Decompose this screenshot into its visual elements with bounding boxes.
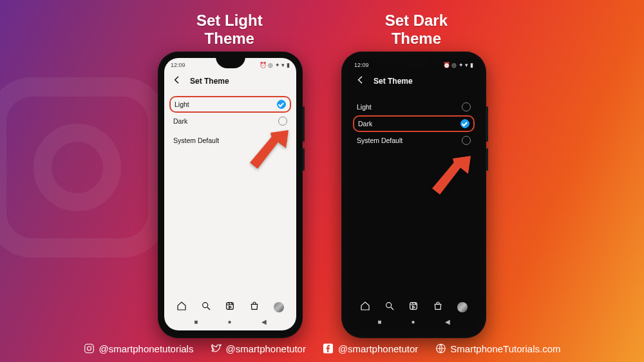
- status-icons: ⏰ ◎ ✦ ▾ ▮: [443, 62, 473, 68]
- home-icon[interactable]: [176, 301, 187, 314]
- back-arrow-icon[interactable]: [172, 75, 182, 87]
- svg-point-6: [91, 345, 93, 347]
- profile-avatar[interactable]: [457, 302, 468, 312]
- option-dark[interactable]: Dark: [171, 111, 290, 131]
- credit-facebook: @smartphonetutor: [323, 343, 418, 354]
- credit-twitter: @smartphonetutor: [210, 343, 305, 354]
- shop-icon[interactable]: [249, 301, 260, 314]
- home-button-icon[interactable]: ●: [227, 318, 231, 325]
- status-time: 12:09: [171, 62, 185, 68]
- credits-bar: @smartphonetutorials @smartphonetutor @s…: [83, 343, 560, 354]
- reels-icon[interactable]: [408, 301, 419, 314]
- phone-light: 12:09 ⏰ ◎ ✦ ▾ ▮ Set Theme Light Dark: [158, 52, 303, 338]
- twitter-icon: [210, 343, 222, 354]
- instagram-icon: [83, 343, 95, 354]
- radio-icon[interactable]: [278, 136, 287, 145]
- option-label: Dark: [358, 120, 372, 128]
- title-dark: Set DarkTheme: [385, 12, 448, 47]
- credit-web: SmartphoneTutorials.com: [435, 343, 560, 354]
- back-button-icon[interactable]: ◀: [261, 318, 267, 325]
- credit-label: @smartphonetutor: [338, 343, 418, 354]
- option-label: System Default: [357, 137, 402, 144]
- option-label: System Default: [173, 137, 219, 144]
- radio-selected-icon[interactable]: [277, 100, 286, 109]
- radio-icon[interactable]: [462, 102, 471, 111]
- page-title: Set Theme: [190, 77, 229, 86]
- radio-icon[interactable]: [278, 117, 287, 126]
- status-time: 12:09: [354, 62, 369, 68]
- title-light: Set LightTheme: [196, 12, 263, 47]
- status-icons: ⏰ ◎ ✦ ▾ ▮: [260, 62, 290, 68]
- option-light[interactable]: Light: [169, 96, 291, 113]
- radio-selected-icon[interactable]: [460, 119, 469, 128]
- home-button-icon[interactable]: ●: [411, 318, 415, 325]
- shop-icon[interactable]: [433, 301, 443, 314]
- option-label: Dark: [173, 117, 187, 125]
- back-arrow-icon[interactable]: [355, 75, 366, 87]
- svg-point-0: [202, 303, 207, 308]
- home-icon[interactable]: [360, 301, 370, 314]
- svg-point-2: [386, 303, 391, 308]
- phone-dark: 12:09 ⏰ ◎ ✦ ▾ ▮ Set Theme Light Dark: [341, 52, 486, 338]
- credit-instagram: @smartphonetutorials: [83, 343, 193, 354]
- facebook-icon: [323, 343, 334, 354]
- option-label: Light: [175, 100, 189, 108]
- reels-icon[interactable]: [225, 301, 235, 314]
- bottom-nav: [164, 301, 296, 314]
- option-label: Light: [357, 103, 372, 111]
- credit-label: @smartphonetutorials: [99, 343, 193, 354]
- option-system-default[interactable]: System Default: [354, 131, 473, 150]
- svg-rect-4: [85, 344, 94, 353]
- credit-label: SmartphoneTutorials.com: [450, 343, 560, 354]
- background-logo: [0, 77, 167, 258]
- recent-apps-icon[interactable]: ■: [377, 318, 381, 325]
- radio-icon[interactable]: [462, 136, 471, 145]
- search-icon[interactable]: [201, 301, 211, 314]
- svg-point-5: [87, 347, 91, 350]
- profile-avatar[interactable]: [274, 302, 284, 312]
- back-button-icon[interactable]: ◀: [445, 318, 450, 325]
- system-nav: ■ ● ◀: [348, 315, 480, 328]
- option-light[interactable]: Light: [354, 97, 473, 117]
- option-system-default[interactable]: System Default: [171, 131, 290, 150]
- credit-label: @smartphonetutor: [225, 343, 305, 354]
- option-dark[interactable]: Dark: [353, 115, 475, 132]
- bottom-nav: [348, 301, 480, 314]
- page-title: Set Theme: [374, 77, 413, 86]
- search-icon[interactable]: [384, 301, 395, 314]
- system-nav: ■ ● ◀: [164, 315, 296, 328]
- globe-icon: [435, 343, 446, 354]
- recent-apps-icon[interactable]: ■: [194, 318, 198, 325]
